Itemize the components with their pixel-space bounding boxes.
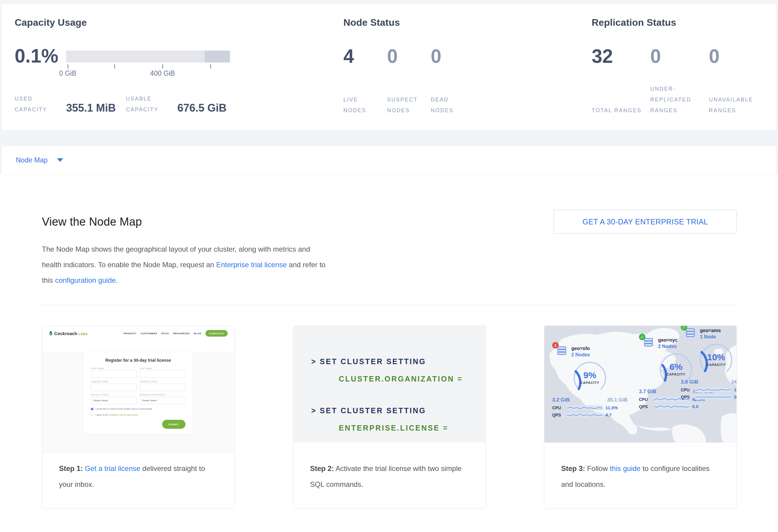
site-nav: Cockroach LABS PRODUCT CUSTOMERS DOCS RE… xyxy=(42,326,234,341)
step3-prefix: Step 3: xyxy=(561,464,585,472)
capacity-bar-track xyxy=(66,51,230,63)
suspect-nodes-label: SUSPECT NODES xyxy=(387,83,431,116)
capacity-percent: 10% xyxy=(699,352,733,362)
node-map-thumbnail: 1 geo=sfo 2 Nodes xyxy=(544,326,736,443)
locality-node-count: 2 Nodes xyxy=(571,352,590,358)
cockroach-bug-icon xyxy=(49,331,53,336)
locality-geo-ams: ✓ geo=ams 1 Node xyxy=(681,328,736,399)
locality-geo-sfo: 1 geo=sfo 2 Nodes xyxy=(552,346,628,417)
unavailable-ranges-label: UNAVAILABLE RANGES xyxy=(709,83,768,116)
sql-command-2-text: SET CLUSTER SETTING xyxy=(320,406,426,415)
sql-command-1-arg: CLUSTER.ORGANIZATION = xyxy=(311,374,485,384)
license-agreement-text: I agree to the Software License Agreemen… xyxy=(95,413,138,416)
trial-registration-form: Register for a 30-day trial license FIRS… xyxy=(83,352,193,434)
email-updates-text: I would like to receive email updates ab… xyxy=(95,407,153,410)
first-name-input xyxy=(91,370,137,378)
step1-card: Cockroach LABS PRODUCT CUSTOMERS DOCS RE… xyxy=(42,325,235,508)
capacity-label: CAPACITY xyxy=(699,363,733,367)
suspect-nodes-value: 0 xyxy=(387,45,431,68)
capacity-percent: 0.1% xyxy=(15,45,66,67)
step3-text-pre: Follow xyxy=(587,464,608,472)
cpu-sparkline xyxy=(695,387,732,392)
used-capacity-label: USED CAPACITY xyxy=(15,93,66,115)
sql-terminal-thumbnail: > SET CLUSTER SETTING CLUSTER.ORGANIZATI… xyxy=(294,326,485,443)
step2-prefix: Step 2: xyxy=(310,464,334,472)
node-status-title: Node Status xyxy=(343,17,592,28)
unavailable-ranges-stat: 0 UNAVAILABLE RANGES xyxy=(709,45,768,116)
cpu-label: CPU xyxy=(552,405,564,410)
healthy-badge: ✓ xyxy=(639,333,645,340)
site-nav-docs: DOCS xyxy=(161,332,169,335)
tick-600gib xyxy=(210,64,211,69)
tick-label-0gib: 0 GiB xyxy=(59,69,77,77)
qps-label: QPS xyxy=(552,412,564,417)
prompt-icon: > xyxy=(311,406,317,415)
suspect-nodes-stat: 0 SUSPECT NODES xyxy=(387,45,431,116)
site-nav-product: PRODUCT xyxy=(124,332,136,335)
cluster-summary-panel: Capacity Usage 0.1% 0 GiB 400 GiB xyxy=(1,4,777,131)
last-name-input xyxy=(140,370,185,378)
replication-status-title: Replication Status xyxy=(592,17,777,28)
capacity-percent: 9% xyxy=(572,370,607,380)
view-selector-dropdown[interactable]: Node Map xyxy=(1,146,777,174)
software-license-agreement-link: Software License Agreement. xyxy=(109,413,138,416)
step1-prefix: Step 1: xyxy=(59,464,83,472)
qps-sparkline xyxy=(566,412,603,417)
used-capacity: 3.7 GiB xyxy=(639,389,656,395)
company-name-label: COMPANY NAME xyxy=(91,381,137,383)
node-map-promo-section: View the Node Map GET A 30-DAY ENTERPRIS… xyxy=(0,174,778,532)
dead-nodes-label: DEAD NODES xyxy=(431,83,474,116)
qps-label: QPS xyxy=(681,395,693,399)
capacity-usage-title: Capacity Usage xyxy=(15,17,343,28)
reason-select: Please Select xyxy=(140,397,185,404)
description-text-3: . xyxy=(116,276,118,284)
configuration-guide-link[interactable]: configuration guide xyxy=(55,276,116,284)
sql-command-2: > SET CLUSTER SETTING ENTERPRISE.LICENSE… xyxy=(311,405,485,433)
step3-caption: Step 3: Follow this guide to configure l… xyxy=(544,443,736,492)
step2-card: > SET CLUSTER SETTING CLUSTER.ORGANIZATI… xyxy=(293,325,486,508)
project-phase-select: Please Select xyxy=(91,397,137,404)
locality-name: geo=ams xyxy=(700,328,721,333)
qps-label: QPS xyxy=(639,404,651,409)
under-replicated-ranges-stat: 0 UNDER-REPLICATED RANGES xyxy=(650,45,709,116)
brand-labs-text: LABS xyxy=(79,332,88,336)
email-updates-checkbox xyxy=(91,408,93,410)
locality-node-count: 2 Nodes xyxy=(658,343,678,350)
cpu-value: 12.3% xyxy=(734,387,736,392)
license-agreement-checkbox xyxy=(91,414,93,416)
get-trial-license-link[interactable]: Get a trial license xyxy=(85,464,140,472)
usable-capacity-label: USABLE CAPACITY xyxy=(126,93,177,115)
enterprise-trial-button[interactable]: GET A 30-DAY ENTERPRISE TRIAL xyxy=(554,210,737,234)
under-replicated-ranges-label: UNDER-REPLICATED RANGES xyxy=(650,83,709,116)
company-email-label: COMPANY EMAIL xyxy=(140,381,185,383)
cockroach-labs-logo: Cockroach LABS xyxy=(49,331,88,336)
form-title: Register for a 30-day trial license xyxy=(91,358,185,363)
step3-card: 1 geo=sfo 2 Nodes xyxy=(544,325,737,508)
site-nav-resources: RESOURCES xyxy=(173,332,189,335)
live-nodes-label: LIVE NODES xyxy=(343,83,387,116)
used-capacity-value: 355.1 MiB xyxy=(66,102,116,115)
capacity-label: CAPACITY xyxy=(572,381,607,384)
enterprise-trial-license-link[interactable]: Enterprise trial license xyxy=(216,260,287,269)
locality-name: geo=sfo xyxy=(571,346,590,352)
capacity-bar-segment xyxy=(205,51,230,63)
site-download-button: DOWNLOAD xyxy=(206,330,228,336)
cpu-label: CPU xyxy=(639,397,651,402)
sql-command-1: > SET CLUSTER SETTING CLUSTER.ORGANIZATI… xyxy=(311,356,485,384)
node-status-section: Node Status 4 LIVE NODES 0 SUSPECT NODES… xyxy=(343,4,592,131)
this-guide-link[interactable]: this guide xyxy=(610,464,641,472)
cpu-label: CPU xyxy=(681,387,693,392)
dead-nodes-stat: 0 DEAD NODES xyxy=(431,45,474,116)
tick-0gib xyxy=(68,64,68,69)
cpu-value: 11.0% xyxy=(605,405,618,410)
view-selector-label[interactable]: Node Map xyxy=(16,156,48,164)
brand-text: Cockroach xyxy=(54,331,77,336)
trial-license-site-thumbnail: Cockroach LABS PRODUCT CUSTOMERS DOCS RE… xyxy=(42,326,234,443)
total-ranges-stat: 32 TOTAL RANGES xyxy=(592,45,650,116)
capacity-gauge: 9% CAPACITY xyxy=(572,361,607,395)
total-ranges-label: TOTAL RANGES xyxy=(592,83,650,116)
qps-sparkline xyxy=(695,395,732,399)
capacity-gauge: 10% CAPACITY xyxy=(699,343,733,377)
node-map-description: The Node Map shows the geographical layo… xyxy=(42,241,329,288)
site-nav-customers: CUSTOMERS xyxy=(141,332,157,335)
